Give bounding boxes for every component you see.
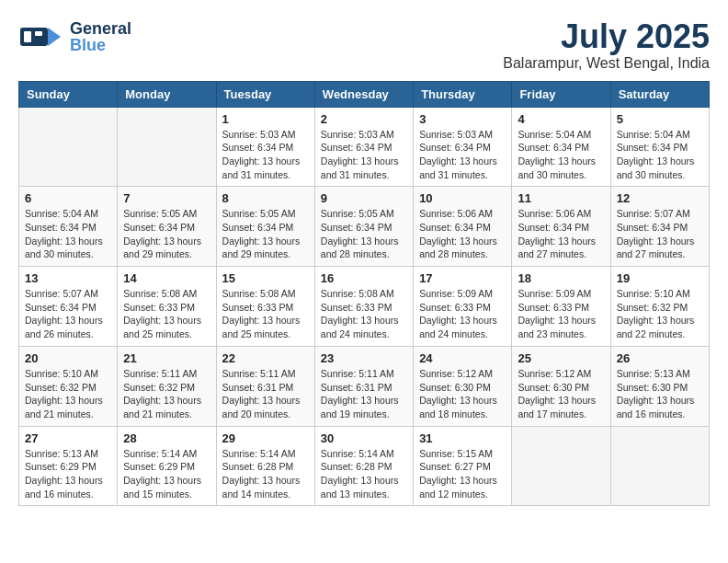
day-info: Sunrise: 5:09 AM Sunset: 6:33 PM Dayligh…: [419, 287, 506, 341]
calendar-cell: 30Sunrise: 5:14 AM Sunset: 6:28 PM Dayli…: [314, 426, 413, 506]
calendar-cell: 13Sunrise: 5:07 AM Sunset: 6:34 PM Dayli…: [19, 267, 118, 347]
day-info: Sunrise: 5:06 AM Sunset: 6:34 PM Dayligh…: [518, 207, 604, 261]
day-info: Sunrise: 5:08 AM Sunset: 6:33 PM Dayligh…: [321, 287, 407, 341]
calendar-cell: 31Sunrise: 5:15 AM Sunset: 6:27 PM Dayli…: [414, 426, 512, 506]
day-number: 27: [25, 431, 111, 445]
day-number: 16: [321, 271, 407, 285]
day-info: Sunrise: 5:12 AM Sunset: 6:30 PM Dayligh…: [518, 367, 604, 421]
calendar-cell: 24Sunrise: 5:12 AM Sunset: 6:30 PM Dayli…: [414, 346, 512, 426]
day-number: 29: [222, 431, 309, 445]
day-number: 30: [321, 431, 407, 445]
calendar-cell: 10Sunrise: 5:06 AM Sunset: 6:34 PM Dayli…: [414, 187, 512, 267]
day-info: Sunrise: 5:11 AM Sunset: 6:31 PM Dayligh…: [321, 367, 407, 421]
day-number: 24: [419, 351, 506, 365]
day-number: 12: [617, 191, 703, 205]
day-info: Sunrise: 5:04 AM Sunset: 6:34 PM Dayligh…: [518, 128, 604, 182]
day-info: Sunrise: 5:14 AM Sunset: 6:28 PM Dayligh…: [222, 447, 309, 501]
day-number: 20: [25, 351, 111, 365]
location-title: Balarampur, West Bengal, India: [503, 55, 710, 72]
calendar-week-row: 27Sunrise: 5:13 AM Sunset: 6:29 PM Dayli…: [19, 426, 710, 506]
day-info: Sunrise: 5:05 AM Sunset: 6:34 PM Dayligh…: [222, 207, 309, 261]
day-number: 6: [25, 191, 111, 205]
logo-general-text: General: [70, 20, 131, 37]
calendar-cell: 21Sunrise: 5:11 AM Sunset: 6:32 PM Dayli…: [118, 346, 216, 426]
day-info: Sunrise: 5:10 AM Sunset: 6:32 PM Dayligh…: [617, 287, 703, 341]
day-number: 4: [518, 112, 604, 126]
calendar-cell: 6Sunrise: 5:04 AM Sunset: 6:34 PM Daylig…: [19, 187, 118, 267]
page-header: General Blue July 2025 Balarampur, West …: [18, 18, 710, 72]
calendar-cell: 26Sunrise: 5:13 AM Sunset: 6:30 PM Dayli…: [610, 346, 709, 426]
day-number: 22: [222, 351, 309, 365]
day-info: Sunrise: 5:10 AM Sunset: 6:32 PM Dayligh…: [25, 367, 111, 421]
calendar-cell: 5Sunrise: 5:04 AM Sunset: 6:34 PM Daylig…: [610, 107, 709, 187]
logo-blue-text: Blue: [70, 37, 131, 53]
day-info: Sunrise: 5:08 AM Sunset: 6:33 PM Dayligh…: [123, 287, 210, 341]
day-info: Sunrise: 5:05 AM Sunset: 6:34 PM Dayligh…: [123, 207, 210, 261]
svg-rect-3: [35, 31, 42, 36]
day-info: Sunrise: 5:03 AM Sunset: 6:34 PM Dayligh…: [419, 128, 506, 182]
calendar-week-row: 6Sunrise: 5:04 AM Sunset: 6:34 PM Daylig…: [19, 187, 710, 267]
month-title: July 2025: [503, 18, 710, 55]
day-info: Sunrise: 5:03 AM Sunset: 6:34 PM Dayligh…: [321, 128, 407, 182]
calendar-cell: 17Sunrise: 5:09 AM Sunset: 6:33 PM Dayli…: [414, 267, 512, 347]
calendar-week-row: 13Sunrise: 5:07 AM Sunset: 6:34 PM Dayli…: [19, 267, 710, 347]
day-number: 17: [419, 271, 506, 285]
calendar-cell: [19, 107, 118, 187]
day-info: Sunrise: 5:08 AM Sunset: 6:33 PM Dayligh…: [222, 287, 309, 341]
calendar-header-tuesday: Tuesday: [216, 81, 314, 107]
day-number: 8: [222, 191, 309, 205]
calendar-cell: 28Sunrise: 5:14 AM Sunset: 6:29 PM Dayli…: [118, 426, 216, 506]
calendar-cell: 12Sunrise: 5:07 AM Sunset: 6:34 PM Dayli…: [610, 187, 709, 267]
day-number: 25: [518, 351, 604, 365]
calendar-cell: 7Sunrise: 5:05 AM Sunset: 6:34 PM Daylig…: [118, 187, 216, 267]
day-number: 28: [123, 431, 210, 445]
calendar-cell: 18Sunrise: 5:09 AM Sunset: 6:33 PM Dayli…: [512, 267, 610, 347]
calendar-cell: [512, 426, 610, 506]
calendar-cell: 2Sunrise: 5:03 AM Sunset: 6:34 PM Daylig…: [314, 107, 413, 187]
calendar-cell: 19Sunrise: 5:10 AM Sunset: 6:32 PM Dayli…: [610, 267, 709, 347]
day-number: 7: [123, 191, 210, 205]
day-number: 26: [617, 351, 703, 365]
day-info: Sunrise: 5:13 AM Sunset: 6:30 PM Dayligh…: [617, 367, 703, 421]
calendar-cell: 4Sunrise: 5:04 AM Sunset: 6:34 PM Daylig…: [512, 107, 610, 187]
day-info: Sunrise: 5:11 AM Sunset: 6:32 PM Dayligh…: [123, 367, 210, 421]
day-number: 19: [617, 271, 703, 285]
day-number: 10: [419, 191, 506, 205]
calendar-week-row: 1Sunrise: 5:03 AM Sunset: 6:34 PM Daylig…: [19, 107, 710, 187]
day-number: 9: [321, 191, 407, 205]
calendar-cell: 22Sunrise: 5:11 AM Sunset: 6:31 PM Dayli…: [216, 346, 314, 426]
day-number: 5: [617, 112, 703, 126]
svg-rect-2: [24, 31, 31, 42]
day-number: 3: [419, 112, 506, 126]
calendar-header-thursday: Thursday: [414, 81, 512, 107]
day-number: 2: [321, 112, 407, 126]
day-info: Sunrise: 5:09 AM Sunset: 6:33 PM Dayligh…: [518, 287, 604, 341]
calendar-header-monday: Monday: [118, 81, 216, 107]
svg-marker-1: [48, 28, 61, 46]
calendar-week-row: 20Sunrise: 5:10 AM Sunset: 6:32 PM Dayli…: [19, 346, 710, 426]
day-info: Sunrise: 5:14 AM Sunset: 6:29 PM Dayligh…: [123, 447, 210, 501]
calendar-cell: [118, 107, 216, 187]
day-number: 15: [222, 271, 309, 285]
calendar-cell: 15Sunrise: 5:08 AM Sunset: 6:33 PM Dayli…: [216, 267, 314, 347]
calendar-header-sunday: Sunday: [19, 81, 118, 107]
calendar-cell: 23Sunrise: 5:11 AM Sunset: 6:31 PM Dayli…: [314, 346, 413, 426]
day-number: 14: [123, 271, 210, 285]
calendar-cell: 29Sunrise: 5:14 AM Sunset: 6:28 PM Dayli…: [216, 426, 314, 506]
day-number: 13: [25, 271, 111, 285]
day-info: Sunrise: 5:05 AM Sunset: 6:34 PM Dayligh…: [321, 207, 407, 261]
day-info: Sunrise: 5:06 AM Sunset: 6:34 PM Dayligh…: [419, 207, 506, 261]
calendar-cell: 27Sunrise: 5:13 AM Sunset: 6:29 PM Dayli…: [19, 426, 118, 506]
day-number: 21: [123, 351, 210, 365]
calendar-table: SundayMondayTuesdayWednesdayThursdayFrid…: [18, 81, 710, 507]
day-info: Sunrise: 5:03 AM Sunset: 6:34 PM Dayligh…: [222, 128, 309, 182]
calendar-cell: 20Sunrise: 5:10 AM Sunset: 6:32 PM Dayli…: [19, 346, 118, 426]
calendar-header-row: SundayMondayTuesdayWednesdayThursdayFrid…: [19, 81, 710, 107]
day-info: Sunrise: 5:14 AM Sunset: 6:28 PM Dayligh…: [321, 447, 407, 501]
day-number: 31: [419, 431, 506, 445]
day-info: Sunrise: 5:11 AM Sunset: 6:31 PM Dayligh…: [222, 367, 309, 421]
calendar-cell: 8Sunrise: 5:05 AM Sunset: 6:34 PM Daylig…: [216, 187, 314, 267]
day-info: Sunrise: 5:04 AM Sunset: 6:34 PM Dayligh…: [617, 128, 703, 182]
day-info: Sunrise: 5:07 AM Sunset: 6:34 PM Dayligh…: [25, 287, 111, 341]
calendar-cell: 14Sunrise: 5:08 AM Sunset: 6:33 PM Dayli…: [118, 267, 216, 347]
